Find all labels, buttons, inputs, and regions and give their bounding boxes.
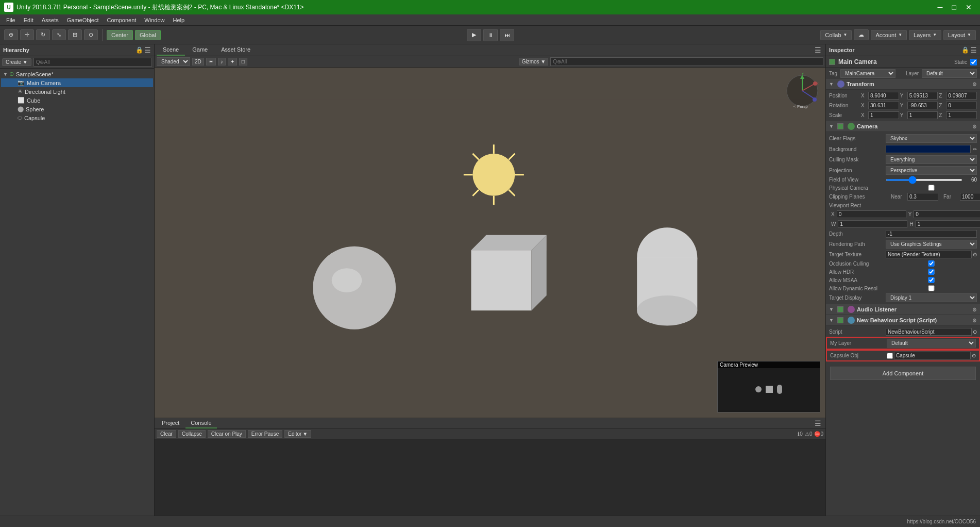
tool-rect[interactable]: ⊞	[68, 29, 82, 40]
console-clear-on-play-button[interactable]: Clear on Play	[208, 430, 246, 438]
bottom-tab-console[interactable]: Console	[185, 418, 216, 429]
vp-h-input[interactable]	[916, 220, 980, 228]
tool-hand[interactable]: ⊕	[4, 29, 18, 40]
script-settings-icon[interactable]: ⚙	[972, 318, 977, 323]
menu-window[interactable]: Window	[140, 16, 168, 24]
background-color-swatch[interactable]	[886, 145, 971, 153]
scale-z-input[interactable]	[946, 111, 977, 119]
audio-settings-icon[interactable]: ⚙	[972, 307, 977, 312]
script-select-icon[interactable]: ⊙	[973, 329, 977, 335]
menu-component[interactable]: Component	[103, 16, 140, 24]
position-z-input[interactable]	[946, 92, 977, 100]
scene-tab-asset-store[interactable]: Asset Store	[215, 44, 257, 56]
rotation-x-input[interactable]	[868, 102, 899, 109]
vp-y-input[interactable]	[914, 210, 980, 218]
menu-help[interactable]: Help	[168, 16, 189, 24]
console-editor-button[interactable]: Editor ▼	[284, 430, 311, 438]
console-collapse-button[interactable]: Collapse	[178, 430, 206, 438]
gizmos-button[interactable]: Gizmos ▼	[519, 58, 549, 65]
far-input[interactable]	[960, 193, 980, 201]
shading-dropdown[interactable]: Shaded	[157, 57, 190, 66]
clear-flags-dropdown[interactable]: Skybox	[886, 134, 977, 143]
minimize-button[interactable]: ─	[934, 2, 947, 12]
camera-active-checkbox[interactable]	[837, 123, 843, 129]
layer-dropdown[interactable]: Default	[922, 69, 977, 78]
allow-dyn-res-checkbox[interactable]	[886, 285, 977, 291]
near-input[interactable]	[907, 193, 938, 201]
scale-x-input[interactable]	[868, 111, 899, 119]
script-active-checkbox[interactable]	[837, 317, 843, 323]
tool-rotate[interactable]: ↻	[36, 29, 50, 40]
scene-camera-button[interactable]: □	[239, 58, 247, 65]
menu-assets[interactable]: Assets	[38, 16, 63, 24]
scene-tab-scene[interactable]: Scene	[157, 44, 185, 56]
menu-edit[interactable]: Edit	[20, 16, 38, 24]
cloud-button[interactable]: ☁	[854, 29, 869, 40]
bottom-panel-menu[interactable]: ☰	[813, 419, 823, 427]
hierarchy-item-capsule[interactable]: ⬭ Capsule	[1, 113, 153, 122]
hierarchy-item-scene[interactable]: ▼ ⊙ SampleScene*	[1, 70, 153, 78]
scene-search-input[interactable]	[550, 57, 823, 66]
hierarchy-create-button[interactable]: Create ▼	[2, 58, 31, 66]
hierarchy-item-sphere[interactable]: ⬤ Sphere	[1, 105, 153, 113]
object-active-checkbox[interactable]	[829, 59, 835, 65]
menu-file[interactable]: File	[2, 16, 20, 24]
rotation-y-input[interactable]	[907, 102, 938, 109]
vp-w-input[interactable]	[838, 220, 907, 228]
console-clear-button[interactable]: Clear	[157, 430, 176, 438]
account-button[interactable]: Account	[871, 30, 907, 40]
scene-viewport[interactable]: Y X < Persp Camera Preview	[155, 68, 825, 418]
scene-tab-game[interactable]: Game	[186, 44, 214, 56]
layers-button[interactable]: Layers	[909, 30, 941, 40]
position-x-input[interactable]	[868, 92, 899, 100]
hierarchy-lock-icon[interactable]: 🔒	[136, 46, 143, 54]
lighting-button[interactable]: ☀	[206, 58, 216, 65]
inspector-lock-icon[interactable]: 🔒	[961, 46, 969, 54]
tool-scale[interactable]: ⤡	[52, 29, 66, 40]
audio-active-checkbox[interactable]	[837, 306, 843, 312]
depth-input[interactable]	[886, 230, 977, 238]
script-section-header[interactable]: ▼ New Behaviour Script (Script) ⚙	[826, 315, 980, 326]
transform-section-header[interactable]: ▼ Transform ⚙	[826, 79, 980, 90]
target-texture-select-icon[interactable]: ⊙	[973, 252, 977, 257]
tool-move[interactable]: ✛	[20, 29, 34, 40]
hierarchy-menu-icon[interactable]: ☰	[144, 46, 151, 54]
hierarchy-search-input[interactable]	[33, 58, 152, 67]
pivot-global-button[interactable]: Global	[135, 30, 161, 40]
rotation-z-input[interactable]	[946, 102, 977, 109]
position-y-input[interactable]	[907, 92, 938, 100]
pause-button[interactable]: ⏸	[483, 29, 498, 41]
audio-listener-section-header[interactable]: ▼ Audio Listener ⚙	[826, 304, 980, 315]
close-button[interactable]: ✕	[961, 2, 976, 12]
hierarchy-item-cube[interactable]: ⬜ Cube	[1, 96, 153, 105]
bottom-tab-project[interactable]: Project	[157, 418, 184, 429]
occlusion-culling-checkbox[interactable]	[886, 260, 977, 267]
my-layer-dropdown[interactable]: Default	[887, 339, 976, 348]
collab-button[interactable]: Collab	[820, 30, 852, 40]
window-controls[interactable]: ─ □ ✕	[934, 2, 976, 12]
projection-dropdown[interactable]: Perspective	[886, 166, 977, 175]
inspector-menu-icon[interactable]: ☰	[970, 46, 977, 54]
hierarchy-item-main-camera[interactable]: 📷 Main Camera	[1, 78, 153, 87]
mode-2d-button[interactable]: 2D	[192, 58, 204, 65]
transform-more-icon[interactable]: ⚙	[972, 81, 977, 87]
vp-x-input[interactable]	[837, 210, 906, 218]
static-checkbox[interactable]	[970, 59, 977, 65]
rendering-path-dropdown[interactable]: Use Graphics Settings	[886, 240, 977, 249]
camera-settings-icon[interactable]: ⚙	[972, 124, 977, 129]
pivot-center-button[interactable]: Center	[107, 30, 133, 40]
capsule-obj-checkbox[interactable]	[887, 353, 893, 359]
camera-section-header[interactable]: ▼ Camera ⚙	[826, 121, 980, 132]
target-display-dropdown[interactable]: Display 1	[886, 293, 977, 302]
add-component-button[interactable]: Add Component	[830, 367, 976, 380]
audio-button[interactable]: ♪	[218, 58, 226, 65]
fov-slider[interactable]	[886, 179, 962, 181]
scale-y-input[interactable]	[907, 111, 938, 119]
console-error-pause-button[interactable]: Error Pause	[248, 430, 282, 438]
tag-dropdown[interactable]: MainCamera	[840, 69, 895, 78]
step-button[interactable]: ⏭	[500, 29, 514, 41]
play-button[interactable]: ▶	[467, 29, 481, 41]
culling-mask-dropdown[interactable]: Everything	[886, 155, 977, 164]
hierarchy-item-directional-light[interactable]: ☀ Directional Light	[1, 87, 153, 96]
fx-button[interactable]: ✦	[228, 58, 237, 65]
